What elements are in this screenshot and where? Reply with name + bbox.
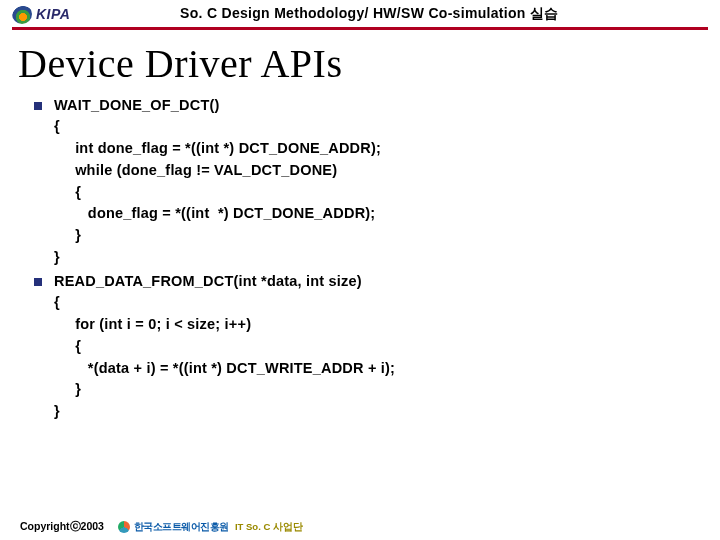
bullet-icon <box>34 278 42 286</box>
logo: KIPA <box>12 4 70 24</box>
footer-lat: IT So. C 사업단 <box>235 521 303 534</box>
bullet-item-2: READ_DATA_FROM_DCT(int *data, int size) … <box>34 271 700 423</box>
content: WAIT_DONE_OF_DCT() { int done_flag = *((… <box>0 95 720 423</box>
footer-kor: 한국소프트웨어진흥원 <box>134 521 229 534</box>
code-block-1: WAIT_DONE_OF_DCT() { int done_flag = *((… <box>54 95 381 269</box>
header-title: So. C Design Methodology/ HW/SW Co-simul… <box>70 5 708 23</box>
footer-branding: 한국소프트웨어진흥원 IT So. C 사업단 <box>118 521 303 534</box>
logo-icon <box>12 4 32 24</box>
bullet-item-1: WAIT_DONE_OF_DCT() { int done_flag = *((… <box>34 95 700 269</box>
logo-text: KIPA <box>36 6 70 22</box>
footer-swirl-icon <box>118 521 130 533</box>
footer: Copyrightⓒ2003 한국소프트웨어진흥원 IT So. C 사업단 <box>20 520 303 534</box>
header: KIPA So. C Design Methodology/ HW/SW Co-… <box>0 0 720 24</box>
slide-title: Device Driver APIs <box>0 30 720 93</box>
copyright: Copyrightⓒ2003 <box>20 520 104 534</box>
code-block-2: READ_DATA_FROM_DCT(int *data, int size) … <box>54 271 395 423</box>
bullet-icon <box>34 102 42 110</box>
